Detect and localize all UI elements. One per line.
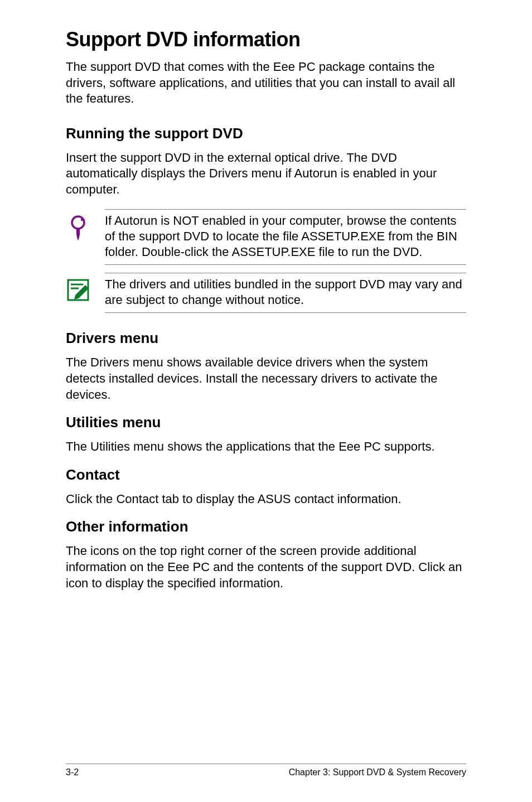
heading-utilities-menu: Utilities menu (66, 414, 466, 431)
page-footer: 3-2 Chapter 3: Support DVD & System Reco… (66, 764, 466, 777)
callout-note: The drivers and utilities bundled in the… (66, 273, 466, 313)
footer-chapter-title: Chapter 3: Support DVD & System Recovery (289, 767, 466, 777)
callout-tip-text: If Autorun is NOT enabled in your comput… (105, 209, 466, 265)
paragraph-utilities-menu: The Utilities menu shows the application… (66, 439, 466, 455)
callout-tip: If Autorun is NOT enabled in your comput… (66, 209, 466, 265)
svg-point-1 (81, 218, 83, 220)
paragraph-other-information: The icons on the top right corner of the… (66, 543, 466, 591)
paragraph-contact: Click the Contact tab to display the ASU… (66, 491, 466, 508)
footer-page-number: 3-2 (66, 767, 79, 777)
paragraph-running-support-dvd: Insert the support DVD in the external o… (66, 150, 466, 198)
paragraph-drivers-menu: The Drivers menu shows available device … (66, 355, 466, 403)
page-title: Support DVD information (66, 28, 466, 51)
note-icon (66, 273, 90, 302)
heading-drivers-menu: Drivers menu (66, 330, 466, 347)
callout-note-text: The drivers and utilities bundled in the… (105, 273, 466, 313)
heading-contact: Contact (66, 466, 466, 484)
heading-other-information: Other information (66, 518, 466, 535)
intro-paragraph: The support DVD that comes with the Eee … (66, 59, 466, 107)
tip-icon (66, 209, 90, 243)
svg-point-0 (72, 216, 84, 229)
heading-running-support-dvd: Running the support DVD (66, 125, 466, 142)
